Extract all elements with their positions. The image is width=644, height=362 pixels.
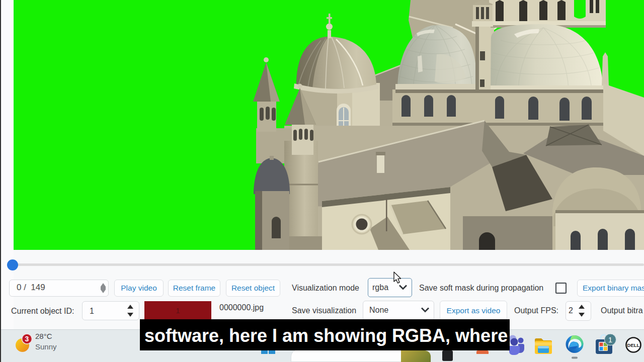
svg-text:DELL: DELL bbox=[627, 342, 640, 348]
svg-text:1: 1 bbox=[608, 335, 612, 344]
svg-text:3: 3 bbox=[25, 335, 29, 343]
